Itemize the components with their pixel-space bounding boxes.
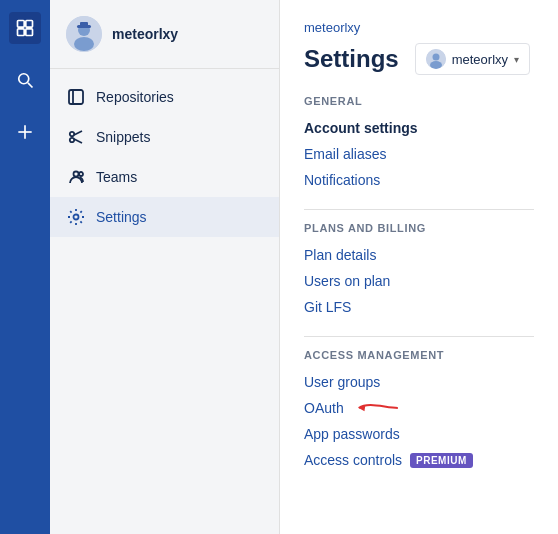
main-content: meteorlxy Settings meteorlxy ▾ GENERAL A… — [280, 0, 558, 534]
svg-rect-2 — [18, 29, 25, 36]
sidebar-user[interactable]: meteorlxy — [50, 16, 279, 69]
link-account-settings: Account settings — [304, 115, 534, 141]
sidebar-item-label: Teams — [96, 169, 137, 185]
svg-point-23 — [432, 54, 439, 61]
sidebar-item-snippets[interactable]: Snippets — [50, 117, 279, 157]
gear-icon — [66, 207, 86, 227]
avatar — [66, 16, 102, 52]
access-controls-row: Access controls PREMIUM — [304, 447, 534, 473]
sidebar-item-repositories[interactable]: Repositories — [50, 77, 279, 117]
page-title: Settings — [304, 45, 399, 73]
sidebar-item-teams[interactable]: Teams — [50, 157, 279, 197]
user-selector-avatar — [426, 49, 446, 69]
link-user-groups[interactable]: User groups — [304, 369, 534, 395]
link-users-on-plan[interactable]: Users on plan — [304, 268, 534, 294]
link-email-aliases[interactable]: Email aliases — [304, 141, 534, 167]
link-plan-details[interactable]: Plan details — [304, 242, 534, 268]
add-icon[interactable] — [9, 116, 41, 148]
user-selector-name: meteorlxy — [452, 52, 508, 67]
svg-point-4 — [19, 74, 29, 84]
svg-point-15 — [70, 132, 74, 136]
arrow-annotation — [352, 396, 402, 420]
section-access-management: ACCESS MANAGEMENT User groups OAuth App … — [304, 349, 534, 473]
link-oauth[interactable]: OAuth — [304, 395, 344, 421]
svg-point-16 — [70, 138, 74, 142]
section-label-access: ACCESS MANAGEMENT — [304, 349, 534, 361]
svg-rect-3 — [26, 29, 33, 36]
sidebar-item-label: Snippets — [96, 129, 150, 145]
svg-point-21 — [74, 215, 79, 220]
page-header: Settings meteorlxy ▾ — [304, 43, 534, 75]
link-notifications[interactable]: Notifications — [304, 167, 534, 193]
bucket-icon[interactable] — [9, 12, 41, 44]
sidebar: meteorlxy Repositories Snippets — [50, 0, 280, 534]
section-general: GENERAL Account settings Email aliases N… — [304, 95, 534, 193]
divider-2 — [304, 336, 534, 337]
svg-point-24 — [430, 61, 442, 69]
svg-line-17 — [74, 131, 82, 135]
breadcrumb[interactable]: meteorlxy — [304, 20, 534, 35]
global-nav — [0, 0, 50, 534]
teams-icon — [66, 167, 86, 187]
svg-rect-0 — [18, 21, 25, 28]
scissors-icon — [66, 127, 86, 147]
sidebar-item-settings[interactable]: Settings — [50, 197, 279, 237]
svg-rect-12 — [80, 22, 88, 27]
section-label-plans: PLANS AND BILLING — [304, 222, 534, 234]
repo-icon — [66, 87, 86, 107]
svg-rect-1 — [26, 21, 33, 28]
divider-1 — [304, 209, 534, 210]
sidebar-item-label: Repositories — [96, 89, 174, 105]
svg-point-19 — [74, 172, 79, 177]
sidebar-item-label: Settings — [96, 209, 147, 225]
section-label-general: GENERAL — [304, 95, 534, 107]
svg-point-10 — [74, 37, 94, 51]
svg-point-20 — [79, 172, 83, 176]
link-access-controls[interactable]: Access controls — [304, 447, 402, 473]
search-icon[interactable] — [9, 64, 41, 96]
section-plans-billing: PLANS AND BILLING Plan details Users on … — [304, 222, 534, 320]
oauth-row: OAuth — [304, 395, 534, 421]
link-git-lfs[interactable]: Git LFS — [304, 294, 534, 320]
svg-line-5 — [28, 83, 33, 88]
svg-rect-13 — [69, 90, 83, 104]
chevron-down-icon: ▾ — [514, 54, 519, 65]
premium-badge: PREMIUM — [410, 453, 473, 468]
user-selector[interactable]: meteorlxy ▾ — [415, 43, 530, 75]
link-app-passwords[interactable]: App passwords — [304, 421, 534, 447]
svg-line-18 — [74, 139, 82, 143]
sidebar-username: meteorlxy — [112, 26, 178, 42]
